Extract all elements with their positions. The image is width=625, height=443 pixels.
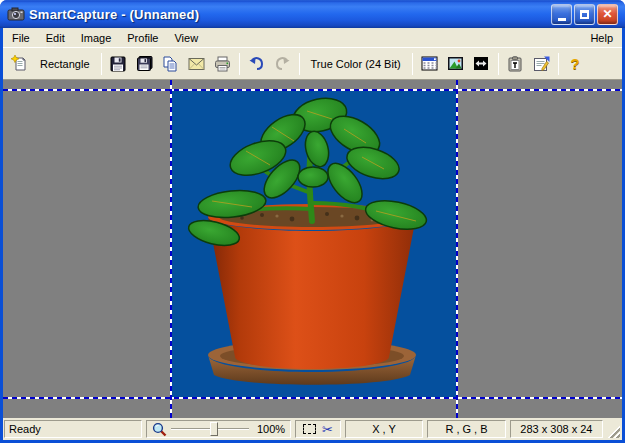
capture-window-icon bbox=[421, 56, 438, 71]
close-icon: ✕ bbox=[602, 8, 612, 20]
minimize-button[interactable] bbox=[551, 4, 572, 25]
properties-icon bbox=[533, 56, 550, 72]
menu-image[interactable]: Image bbox=[73, 30, 120, 46]
rgb-label: R , G , B bbox=[445, 423, 487, 435]
redo-icon bbox=[274, 56, 291, 71]
help-button[interactable]: ? bbox=[563, 51, 588, 76]
email-icon bbox=[188, 57, 205, 71]
toolbar-separator bbox=[101, 53, 102, 75]
status-text: Ready bbox=[9, 423, 41, 435]
zoom-slider[interactable] bbox=[171, 428, 249, 430]
print-button[interactable] bbox=[210, 51, 235, 76]
menu-file[interactable]: File bbox=[4, 30, 38, 46]
zoom-panel: 100% bbox=[146, 420, 291, 438]
capture-window-button[interactable] bbox=[417, 51, 442, 76]
capture-mode-label[interactable]: Rectangle bbox=[33, 58, 97, 70]
toolbar-separator bbox=[299, 53, 300, 75]
copy-button[interactable] bbox=[158, 51, 183, 76]
new-capture-icon bbox=[11, 55, 28, 72]
print-icon bbox=[214, 56, 231, 72]
minimize-glyph bbox=[558, 18, 566, 21]
color-depth-label[interactable]: True Color (24 Bit) bbox=[304, 58, 408, 70]
magnifier-icon bbox=[152, 422, 167, 437]
maximize-button[interactable] bbox=[574, 4, 595, 25]
image-dimensions-panel: 283 x 308 x 24 bbox=[510, 420, 603, 438]
resize-grip[interactable] bbox=[607, 425, 620, 438]
app-window: SmartCapture - (Unnamed) ✕ File Edit Ima… bbox=[0, 0, 625, 443]
image-viewer-button[interactable] bbox=[443, 51, 468, 76]
help-icon: ? bbox=[571, 55, 580, 72]
image-info-text: 283 x 308 x 24 bbox=[520, 423, 592, 435]
captured-image[interactable] bbox=[172, 91, 456, 397]
capture-canvas[interactable] bbox=[3, 79, 622, 418]
menu-profile[interactable]: Profile bbox=[119, 30, 166, 46]
selection-marquee-icon[interactable] bbox=[303, 424, 316, 434]
client-area: File Edit Image Profile View Help Rectan… bbox=[3, 28, 622, 440]
title-bar[interactable]: SmartCapture - (Unnamed) ✕ bbox=[0, 0, 625, 28]
selection-guide-left[interactable] bbox=[170, 80, 172, 418]
toolbar-separator bbox=[412, 53, 413, 75]
selection-tools-panel: ✂ bbox=[295, 420, 341, 438]
cursor-coordinates-panel: X , Y bbox=[345, 420, 423, 438]
clipboard-text-icon bbox=[508, 56, 522, 72]
save-button[interactable] bbox=[106, 51, 131, 76]
selection-guide-top[interactable] bbox=[3, 89, 622, 91]
save-all-button[interactable] bbox=[132, 51, 157, 76]
scissors-icon[interactable]: ✂ bbox=[322, 423, 333, 436]
menu-bar: File Edit Image Profile View Help bbox=[3, 28, 622, 47]
maximize-glyph bbox=[580, 10, 589, 19]
menu-edit[interactable]: Edit bbox=[38, 30, 73, 46]
undo-button[interactable] bbox=[244, 51, 269, 76]
camera-icon bbox=[7, 6, 25, 22]
new-capture-button[interactable] bbox=[7, 51, 32, 76]
invert-colors-button[interactable] bbox=[469, 51, 494, 76]
email-button[interactable] bbox=[184, 51, 209, 76]
selection-guide-right[interactable] bbox=[456, 80, 458, 418]
toolbar-separator bbox=[239, 53, 240, 75]
status-message: Ready bbox=[4, 420, 142, 438]
invert-colors-icon bbox=[473, 56, 489, 71]
zoom-slider-thumb[interactable] bbox=[210, 422, 218, 436]
undo-icon bbox=[248, 56, 265, 71]
toolbar-separator bbox=[558, 53, 559, 75]
save-icon bbox=[110, 56, 126, 72]
zoom-level: 100% bbox=[253, 423, 285, 435]
save-all-icon bbox=[135, 56, 153, 72]
menu-help[interactable]: Help bbox=[582, 30, 621, 46]
properties-button[interactable] bbox=[529, 51, 554, 76]
toolbar: Rectangle bbox=[3, 47, 622, 79]
selection-guide-bottom[interactable] bbox=[3, 397, 622, 399]
window-title: SmartCapture - (Unnamed) bbox=[29, 7, 551, 22]
image-icon bbox=[447, 56, 464, 71]
status-bar: Ready 100% ✂ X , Y R , bbox=[3, 418, 622, 440]
close-button[interactable]: ✕ bbox=[597, 4, 618, 25]
redo-button[interactable] bbox=[270, 51, 295, 76]
paste-text-button[interactable] bbox=[503, 51, 528, 76]
toolbar-separator bbox=[498, 53, 499, 75]
coords-label: X , Y bbox=[372, 423, 396, 435]
menu-view[interactable]: View bbox=[166, 30, 206, 46]
copy-icon bbox=[162, 56, 178, 72]
pixel-color-panel: R , G , B bbox=[427, 420, 505, 438]
